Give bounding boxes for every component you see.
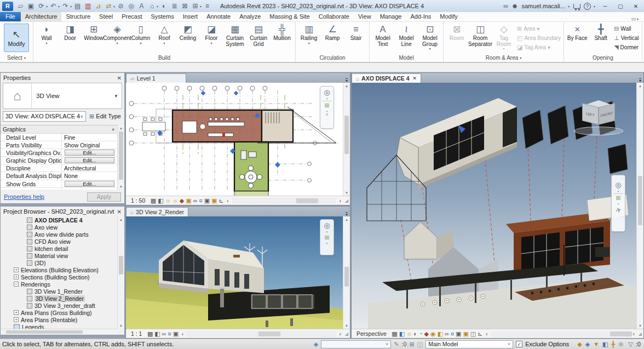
plan-vscrollbar[interactable]: ▲ ▼ — [343, 83, 350, 196]
panel-label-room-area[interactable]: Room & Area▾ — [444, 54, 564, 62]
search-icon[interactable]: ∞ — [503, 2, 508, 10]
help-icon[interactable]: ? — [584, 3, 591, 10]
hide-analytical-icon[interactable]: ▣ — [211, 197, 217, 205]
view-scale[interactable]: 1 : 1 — [131, 330, 142, 337]
scroll-right-icon[interactable]: › — [340, 198, 341, 204]
properties-scrollbar[interactable]: ▲ ▼ — [117, 125, 124, 190]
curtain-system-button[interactable]: ▦Curtain System — [223, 23, 246, 48]
temporary-view-properties-icon[interactable]: ▣ — [456, 330, 461, 338]
panel-label-datum[interactable]: Datum — [642, 54, 644, 62]
wall-button[interactable]: ◗Wall▾ — [35, 23, 58, 45]
tree-item-3d-view-1-render[interactable]: 3D View 1_Render — [1, 288, 117, 295]
sync-with-central-icon-chevron[interactable]: ▾ — [46, 4, 48, 8]
filter-icon[interactable]: ▽ — [628, 341, 633, 348]
view-cube-compass[interactable] — [574, 127, 623, 135]
scroll-left-icon[interactable]: ‹ — [182, 331, 183, 337]
temporary-view-properties-icon[interactable]: ▣ — [173, 330, 179, 338]
view-cube-left-face[interactable]: LEFT — [582, 103, 599, 124]
redo-icon[interactable]: ↷ — [61, 2, 70, 11]
tree-item-3d-view-3-render-draft[interactable]: 3D View 3_render_draft — [1, 302, 117, 309]
tree-item-axo-displace-4[interactable]: AXO DISPLACE 4 — [1, 216, 117, 224]
exclude-options-checkbox[interactable]: ✓ — [516, 341, 522, 347]
ribbon-tab-collaborate[interactable]: Collaborate — [314, 12, 354, 21]
steering-wheel-icon[interactable]: ◎ — [615, 181, 621, 189]
scroll-right-icon[interactable]: › — [633, 331, 635, 337]
close-hidden-windows-icon[interactable]: ⊠ — [180, 2, 189, 11]
expand-icon[interactable]: + — [14, 310, 19, 315]
print-icon[interactable]: ▤ — [73, 2, 82, 11]
select-links-icon[interactable]: ◆ — [577, 341, 582, 348]
properties-help-link[interactable]: Properties help — [4, 193, 44, 200]
apply-button[interactable]: Apply — [87, 192, 121, 202]
tree-item-elevations-building-elevation[interactable]: +Elevations (Building Elevation) — [1, 266, 117, 273]
property-row-visible-in-option[interactable]: Visible In Optionall — [1, 188, 117, 190]
plan-canvas[interactable]: ◎ ▾ ⊞ ▾ — [126, 83, 344, 197]
scroll-right-icon[interactable]: › — [340, 331, 341, 337]
undo-icon-chevron[interactable]: ▾ — [58, 4, 60, 8]
view-cube-front-face[interactable]: FRONT — [599, 103, 615, 124]
stair-button[interactable]: ≡Stair — [344, 23, 367, 42]
navbar-pin-icon[interactable]: ○ — [622, 177, 623, 180]
reveal-hidden-icon[interactable]: ¤ — [168, 330, 171, 338]
ramp-button[interactable]: ∠Ramp — [321, 23, 344, 42]
navbar-options-icon[interactable]: ○ — [622, 215, 623, 218]
ribbon-tab-manage[interactable]: Manage — [376, 12, 406, 21]
drag-on-selection-icon[interactable]: ╋ — [612, 341, 616, 348]
reveal-hidden-icon[interactable]: ¤ — [451, 330, 454, 338]
visual-style-icon[interactable]: ◧ — [399, 330, 405, 338]
constraints-icon[interactable]: ⊾ — [478, 330, 482, 338]
axo-canvas[interactable]: LEFT FRONT ○ ◎ ▾ ⊞ ▾ ✈ ○ — [352, 83, 637, 330]
close-button[interactable]: ✕ — [630, 2, 642, 10]
sync-with-central-icon[interactable]: ⟳ — [37, 2, 46, 11]
property-row-discipline[interactable]: DisciplineArchitectural — [1, 164, 117, 172]
model-group-button[interactable]: ⊡Model Group▾ — [418, 23, 441, 51]
zoom-icon[interactable]: ⊞ — [324, 102, 329, 109]
door-button[interactable]: ◨Door — [59, 23, 82, 42]
zoom-icon[interactable]: ⊞ — [324, 234, 329, 241]
user-icon[interactable]: ☻ — [511, 2, 519, 10]
default-3d-view-icon[interactable]: ⌂ — [147, 2, 157, 11]
show-crop-icon[interactable]: ◉ — [430, 330, 436, 338]
expand-icon[interactable]: + — [14, 317, 19, 322]
curtain-grid-button[interactable]: ▤Curtain Grid — [247, 23, 270, 48]
design-option-combobox[interactable]: Main Model∨ — [426, 340, 513, 348]
tree-item-area-plans-gross-building[interactable]: +Area Plans (Gross Building) — [1, 309, 117, 316]
project-browser-vscrollbar[interactable]: ▲ ▼ — [117, 216, 124, 329]
select-by-face-icon[interactable]: ◧ — [602, 341, 608, 348]
crop-view-icon[interactable]: ◆ — [424, 330, 429, 338]
property-row-show-grids[interactable]: Show GridsEdit... — [1, 180, 117, 188]
steering-wheel-icon[interactable]: ◎ — [324, 88, 330, 96]
tab-list-icon[interactable]: ▾ — [639, 78, 641, 83]
scroll-left-icon[interactable]: ‹ — [486, 331, 487, 337]
ceiling-button[interactable]: ◩Ceiling — [176, 23, 199, 42]
reveal-hidden-icon[interactable]: ¤ — [199, 197, 203, 205]
shaft-button[interactable]: ╋Shaft — [589, 23, 612, 42]
room-separator-button[interactable]: ◫Room Separator — [469, 23, 492, 48]
collapse-icon[interactable]: − — [14, 282, 19, 287]
aligned-dimension-icon-chevron[interactable]: ▾ — [113, 4, 115, 8]
property-row-graphic-display-optio[interactable]: Graphic Display Optio...Edit... — [1, 157, 117, 164]
panel-label-circulation[interactable]: Circulation — [296, 54, 369, 62]
panel-label-opening[interactable]: Opening — [564, 54, 641, 62]
property-row-parts-visibility[interactable]: Parts VisibilityShow Original — [1, 141, 117, 149]
by-face-button[interactable]: ×By Face — [566, 23, 589, 42]
measure-icon[interactable]: ⊿ — [94, 2, 103, 11]
hscroll-thumb[interactable] — [258, 331, 280, 336]
ribbon-tab-insert[interactable]: Insert — [179, 12, 203, 21]
ribbon-tab-massing-site[interactable]: Massing & Site — [265, 12, 314, 21]
steering-wheel-icon[interactable]: ◎ — [324, 221, 330, 230]
ribbon-tab-architecture[interactable]: Architecture — [21, 12, 62, 21]
constraints-icon[interactable]: ⊾ — [219, 197, 223, 205]
column-button[interactable]: ▯Column▾ — [129, 23, 152, 45]
mullion-button[interactable]: ╬Mullion — [271, 23, 294, 42]
temporary-hide-icon[interactable]: ∞ — [162, 330, 166, 338]
open-file-icon[interactable]: ▱ — [16, 2, 25, 11]
close-icon[interactable]: ✕ — [117, 209, 122, 215]
shadows-icon[interactable]: ◔ — [419, 330, 423, 338]
temporary-hide-icon[interactable]: ∞ — [445, 330, 449, 338]
tree-item-3d-view-2-render[interactable]: 3D View 2_Render — [1, 295, 117, 302]
worksharing-display-icon[interactable]: ◈ — [314, 341, 318, 348]
show-crop-icon[interactable]: ▣ — [186, 197, 191, 205]
close-icon[interactable]: ✕ — [117, 75, 122, 81]
settings-icon[interactable]: ⊛ — [618, 341, 623, 348]
